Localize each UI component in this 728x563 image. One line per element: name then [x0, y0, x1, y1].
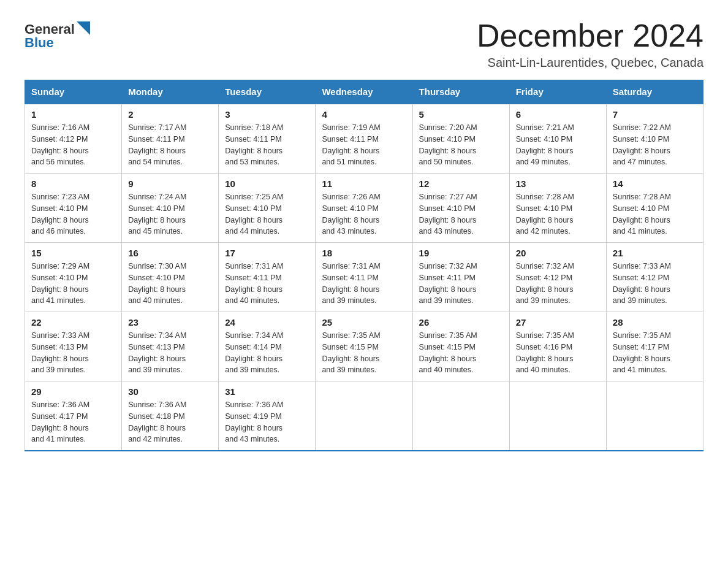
day-info: Sunrise: 7:31 AMSunset: 4:11 PMDaylight:…	[225, 261, 309, 307]
page-header: General Blue December 2024 Saint-Lin-Lau…	[25, 18, 703, 70]
day-number: 19	[419, 248, 503, 258]
day-number: 12	[419, 178, 503, 189]
day-info: Sunrise: 7:23 AMSunset: 4:10 PMDaylight:…	[31, 191, 115, 237]
dow-header-thursday: Thursday	[412, 80, 509, 104]
day-info: Sunrise: 7:33 AMSunset: 4:12 PMDaylight:…	[613, 261, 697, 307]
day-info: Sunrise: 7:30 AMSunset: 4:10 PMDaylight:…	[128, 261, 212, 307]
day-info: Sunrise: 7:29 AMSunset: 4:10 PMDaylight:…	[31, 261, 115, 307]
day-number: 31	[225, 386, 309, 397]
calendar-cell: 18Sunrise: 7:31 AMSunset: 4:11 PMDayligh…	[316, 243, 412, 312]
logo-text-blue: Blue	[25, 36, 54, 50]
day-number: 15	[31, 248, 115, 258]
calendar-cell	[509, 381, 606, 451]
calendar-cell: 7Sunrise: 7:22 AMSunset: 4:10 PMDaylight…	[606, 104, 703, 174]
dow-header-sunday: Sunday	[25, 80, 122, 104]
calendar-cell: 23Sunrise: 7:34 AMSunset: 4:13 PMDayligh…	[122, 312, 219, 381]
day-number: 27	[516, 317, 600, 327]
day-info: Sunrise: 7:35 AMSunset: 4:15 PMDaylight:…	[322, 330, 406, 376]
dow-header-wednesday: Wednesday	[316, 80, 412, 104]
calendar-cell: 21Sunrise: 7:33 AMSunset: 4:12 PMDayligh…	[606, 243, 703, 312]
day-info: Sunrise: 7:19 AMSunset: 4:11 PMDaylight:…	[322, 122, 406, 168]
day-number: 22	[31, 317, 115, 327]
title-block: December 2024 Saint-Lin-Laurentides, Que…	[477, 18, 703, 70]
day-info: Sunrise: 7:20 AMSunset: 4:10 PMDaylight:…	[419, 122, 503, 168]
day-info: Sunrise: 7:31 AMSunset: 4:11 PMDaylight:…	[322, 261, 406, 307]
day-info: Sunrise: 7:24 AMSunset: 4:10 PMDaylight:…	[128, 191, 212, 237]
day-info: Sunrise: 7:35 AMSunset: 4:15 PMDaylight:…	[419, 330, 503, 376]
calendar-cell: 31Sunrise: 7:36 AMSunset: 4:19 PMDayligh…	[219, 381, 316, 451]
calendar-week-5: 29Sunrise: 7:36 AMSunset: 4:17 PMDayligh…	[25, 381, 703, 451]
day-info: Sunrise: 7:25 AMSunset: 4:10 PMDaylight:…	[225, 191, 309, 237]
calendar-week-2: 8Sunrise: 7:23 AMSunset: 4:10 PMDaylight…	[25, 174, 703, 243]
calendar-cell: 20Sunrise: 7:32 AMSunset: 4:12 PMDayligh…	[509, 243, 606, 312]
day-number: 10	[225, 178, 309, 189]
dow-header-monday: Monday	[122, 80, 219, 104]
calendar-cell: 14Sunrise: 7:28 AMSunset: 4:10 PMDayligh…	[606, 174, 703, 243]
day-info: Sunrise: 7:27 AMSunset: 4:10 PMDaylight:…	[419, 191, 503, 237]
day-info: Sunrise: 7:36 AMSunset: 4:19 PMDaylight:…	[225, 399, 309, 445]
day-info: Sunrise: 7:21 AMSunset: 4:10 PMDaylight:…	[516, 122, 600, 168]
day-info: Sunrise: 7:36 AMSunset: 4:18 PMDaylight:…	[128, 399, 212, 445]
calendar-cell: 5Sunrise: 7:20 AMSunset: 4:10 PMDaylight…	[412, 104, 509, 174]
calendar-cell: 17Sunrise: 7:31 AMSunset: 4:11 PMDayligh…	[219, 243, 316, 312]
calendar-cell: 9Sunrise: 7:24 AMSunset: 4:10 PMDaylight…	[122, 174, 219, 243]
day-info: Sunrise: 7:34 AMSunset: 4:14 PMDaylight:…	[225, 330, 309, 376]
day-number: 23	[128, 317, 212, 327]
day-info: Sunrise: 7:26 AMSunset: 4:10 PMDaylight:…	[322, 191, 406, 237]
day-info: Sunrise: 7:28 AMSunset: 4:10 PMDaylight:…	[516, 191, 600, 237]
calendar-cell: 26Sunrise: 7:35 AMSunset: 4:15 PMDayligh…	[412, 312, 509, 381]
day-number: 24	[225, 317, 309, 327]
day-info: Sunrise: 7:36 AMSunset: 4:17 PMDaylight:…	[31, 399, 115, 445]
day-number: 7	[613, 109, 697, 120]
dow-header-saturday: Saturday	[606, 80, 703, 104]
calendar-cell: 4Sunrise: 7:19 AMSunset: 4:11 PMDaylight…	[316, 104, 412, 174]
logo: General Blue	[25, 21, 90, 50]
calendar-cell: 11Sunrise: 7:26 AMSunset: 4:10 PMDayligh…	[316, 174, 412, 243]
day-info: Sunrise: 7:16 AMSunset: 4:12 PMDaylight:…	[31, 122, 115, 168]
calendar-cell: 24Sunrise: 7:34 AMSunset: 4:14 PMDayligh…	[219, 312, 316, 381]
day-number: 14	[613, 178, 697, 189]
calendar-cell	[412, 381, 509, 451]
calendar-cell: 8Sunrise: 7:23 AMSunset: 4:10 PMDaylight…	[25, 174, 122, 243]
dow-header-friday: Friday	[509, 80, 606, 104]
day-info: Sunrise: 7:18 AMSunset: 4:11 PMDaylight:…	[225, 122, 309, 168]
day-number: 25	[322, 317, 406, 327]
calendar-cell: 2Sunrise: 7:17 AMSunset: 4:11 PMDaylight…	[122, 104, 219, 174]
day-info: Sunrise: 7:32 AMSunset: 4:12 PMDaylight:…	[516, 261, 600, 307]
day-info: Sunrise: 7:28 AMSunset: 4:10 PMDaylight:…	[613, 191, 697, 237]
day-info: Sunrise: 7:35 AMSunset: 4:16 PMDaylight:…	[516, 330, 600, 376]
day-number: 3	[225, 109, 309, 120]
calendar-cell: 12Sunrise: 7:27 AMSunset: 4:10 PMDayligh…	[412, 174, 509, 243]
day-number: 11	[322, 178, 406, 189]
calendar-cell	[316, 381, 412, 451]
calendar-cell: 10Sunrise: 7:25 AMSunset: 4:10 PMDayligh…	[219, 174, 316, 243]
day-number: 8	[31, 178, 115, 189]
day-info: Sunrise: 7:34 AMSunset: 4:13 PMDaylight:…	[128, 330, 212, 376]
logo-triangle-icon	[77, 21, 90, 35]
calendar-cell: 3Sunrise: 7:18 AMSunset: 4:11 PMDaylight…	[219, 104, 316, 174]
day-number: 5	[419, 109, 503, 120]
calendar-week-3: 15Sunrise: 7:29 AMSunset: 4:10 PMDayligh…	[25, 243, 703, 312]
day-number: 26	[419, 317, 503, 327]
calendar-table: SundayMondayTuesdayWednesdayThursdayFrid…	[25, 80, 703, 451]
logo-text-general: General	[25, 23, 75, 36]
day-info: Sunrise: 7:33 AMSunset: 4:13 PMDaylight:…	[31, 330, 115, 376]
calendar-week-1: 1Sunrise: 7:16 AMSunset: 4:12 PMDaylight…	[25, 104, 703, 174]
calendar-cell: 27Sunrise: 7:35 AMSunset: 4:16 PMDayligh…	[509, 312, 606, 381]
page-subtitle: Saint-Lin-Laurentides, Quebec, Canada	[477, 56, 703, 70]
day-number: 13	[516, 178, 600, 189]
day-number: 29	[31, 386, 115, 397]
calendar-cell: 25Sunrise: 7:35 AMSunset: 4:15 PMDayligh…	[316, 312, 412, 381]
day-number: 17	[225, 248, 309, 258]
day-number: 16	[128, 248, 212, 258]
svg-marker-0	[77, 21, 90, 35]
day-number: 30	[128, 386, 212, 397]
logo-icon: General Blue	[25, 21, 90, 50]
day-number: 9	[128, 178, 212, 189]
day-number: 20	[516, 248, 600, 258]
calendar-cell	[606, 381, 703, 451]
day-number: 18	[322, 248, 406, 258]
day-number: 21	[613, 248, 697, 258]
days-of-week-row: SundayMondayTuesdayWednesdayThursdayFrid…	[25, 80, 703, 104]
calendar-cell: 6Sunrise: 7:21 AMSunset: 4:10 PMDaylight…	[509, 104, 606, 174]
